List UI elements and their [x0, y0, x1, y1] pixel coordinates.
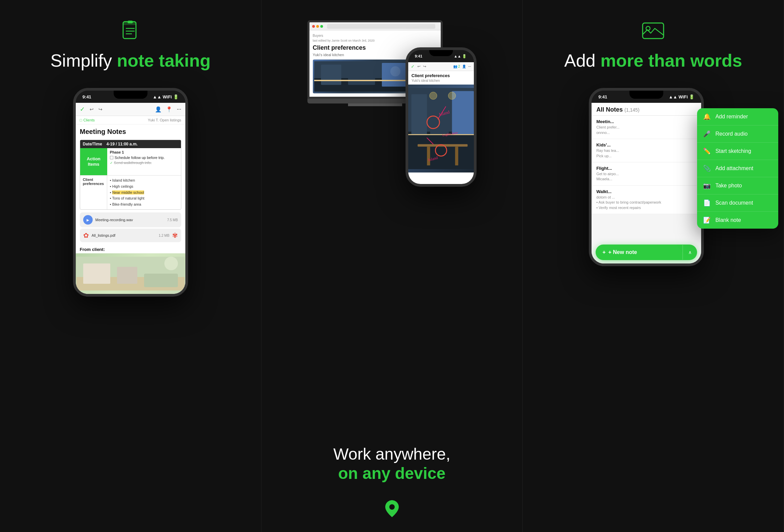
note-list-item-0[interactable]: Meetin... Client prefer...onnno... [592, 116, 701, 139]
svg-point-30 [448, 92, 456, 99]
panel1-icon [120, 20, 141, 42]
pdf-icon: ✿ [83, 231, 89, 239]
menu-add-reminder[interactable]: 🔔 Add reminder [697, 108, 778, 125]
pin-icon [385, 500, 399, 517]
spacer [592, 214, 701, 241]
note-list-item-1[interactable]: Kids'... Ray has lea...Pick up... [592, 139, 701, 162]
phone2-status: 9:41 ▲▲ 🔋 [408, 50, 474, 62]
phone-notch [114, 91, 147, 99]
new-note-caret[interactable]: ∧ [683, 245, 697, 260]
panel3-title: Add more than words [564, 50, 742, 71]
nli-title-3: Walkt... [596, 189, 696, 194]
breadcrumb-folder: Clients [83, 118, 95, 122]
phone2-icons: ▲▲ 🔋 [454, 54, 467, 59]
laptop-meta: last edited by Jamie Scott on March 3rd,… [313, 39, 437, 42]
notes-list: All Notes (1,145) Meetin... Client prefe… [592, 103, 701, 263]
pdf-file-row[interactable]: ✿ All_listings.pdf 1.2 MB ✾ [80, 229, 181, 242]
panel2-bottom-text: Work anywhere, on any device [333, 438, 451, 518]
sketch-icon: ✏️ [703, 147, 711, 155]
undo2-icon: ↩ [417, 64, 420, 69]
camera-icon: 📷 [703, 182, 711, 189]
menu-scan-doc[interactable]: 📄 Scan document [697, 194, 778, 212]
address-bar [327, 24, 435, 29]
undo-icon: ↩ [90, 107, 94, 112]
phone2-note-sub: Yuki's ideal kitchen [408, 79, 474, 85]
phone3-icons: ▲▲ WiFi 🔋 [669, 94, 694, 99]
context-menu: 🔔 Add reminder 🎤 Record audio ✏️ Start s… [697, 108, 778, 229]
menu-record-label: Record audio [715, 131, 747, 137]
menu-take-photo[interactable]: 📷 Take photo [697, 177, 778, 194]
panel1-title: Simplify note taking [50, 50, 211, 71]
col1-header: Date/Time [83, 142, 107, 146]
phone-icons: ▲▲ WiFi 🔋 [153, 94, 179, 99]
svg-point-10 [164, 257, 178, 270]
phone2-screen: ✓ ↩ ↪ 👥 2 👤 ··· Client preferences Yuki'… [408, 62, 474, 184]
svg-rect-11 [144, 274, 178, 287]
panel3-icon [641, 20, 665, 42]
check-green-icon: ✓ [110, 161, 113, 165]
minimize-dot [316, 25, 319, 28]
breadcrumb-right: Yuki T. Open listings [148, 118, 181, 122]
panel2-title: Work anywhere, on any device [333, 444, 451, 483]
redo2-icon: ↪ [423, 64, 426, 69]
reminder-icon: 🔔 [703, 113, 711, 120]
checkbox-unchecked [110, 156, 113, 159]
new-note-button[interactable]: + + New note ∧ [596, 245, 697, 260]
client-pref-label: Client preferences [80, 176, 107, 209]
location-icon-bottom [333, 500, 451, 518]
svg-rect-25 [408, 134, 474, 135]
close-dot [312, 25, 315, 28]
acrobat-icon: ✾ [172, 231, 178, 239]
image-icon [641, 20, 665, 41]
action-items-label: Action Items [80, 148, 107, 175]
task-1: Schedule follow up before trip. [110, 156, 178, 160]
note-list-item-3[interactable]: Walkt... dotom ot ...• Ask buyer to brin… [592, 186, 701, 214]
menu-blank-note[interactable]: 📝 Blank note [697, 212, 778, 229]
audio-filesize: 7.5 MB [167, 218, 178, 222]
play-button[interactable]: ▶ [83, 215, 93, 225]
nli-sub-0: Client prefer...onnno... [596, 125, 696, 135]
phase-label: Phase 1 [110, 150, 178, 154]
plus-icon: + [602, 249, 605, 255]
attachment-icon: 📎 [703, 165, 711, 172]
svg-rect-22 [411, 94, 427, 135]
phone3-status: 9:41 ▲▲ WiFi 🔋 [592, 91, 701, 103]
svg-point-18 [390, 66, 400, 76]
phone3-time: 9:41 [598, 94, 607, 99]
note-list-item-2[interactable]: Flight... Get to airpo...Micaela... [592, 162, 701, 186]
new-note-area: + + New note ∧ [592, 241, 701, 263]
pref-1: • Island kitchen [110, 178, 178, 184]
from-client-label: From client: [76, 245, 185, 253]
scan-icon: 📄 [703, 199, 711, 207]
pref-2: • High ceilings [110, 184, 178, 190]
audio-file-row[interactable]: ▶ Meeting-recording.wav 7.5 MB [80, 212, 181, 227]
phone2-toolbar-right: 👥 2 👤 ··· [453, 65, 471, 68]
menu-attachment[interactable]: 📎 Add attachment [697, 160, 778, 177]
living-room-image [76, 257, 185, 291]
notes-list-header: All Notes (1,145) [592, 103, 701, 116]
panel-add-more: Add more than words 9:41 ▲▲ WiFi 🔋 All N… [523, 0, 784, 532]
phone-time: 9:41 [83, 94, 91, 99]
phone-area-3: 9:41 ▲▲ WiFi 🔋 All Notes (1,145) Meetin.… [589, 88, 717, 266]
action-items-row: Action Items Phase 1 Schedule follow up … [80, 148, 181, 175]
phone-mockup-1: 9:41 ▲▲ WiFi 🔋 ✓ ↩ ↪ 👤 📍 ··· □ Clients Y… [73, 88, 188, 297]
note-icon [120, 20, 141, 41]
menu-sketch[interactable]: ✏️ Start sketching [697, 143, 778, 160]
laptop-breadcrumb: Buyers [313, 34, 437, 38]
note-title: Meeting Notes [76, 124, 185, 137]
svg-point-38 [646, 26, 650, 30]
task-1-text: Schedule follow up before trip. [115, 156, 165, 160]
phone-screen-1: ✓ ↩ ↪ 👤 📍 ··· □ Clients Yuki T. Open lis… [76, 103, 185, 294]
nli-title-2: Flight... [596, 166, 696, 171]
menu-record-audio[interactable]: 🎤 Record audio [697, 125, 778, 143]
redo-icon: ↪ [98, 107, 102, 112]
task-2: ✓ Send walkthrough info. [110, 161, 178, 165]
svg-rect-9 [117, 267, 137, 284]
svg-rect-8 [83, 263, 110, 284]
new-note-main[interactable]: + + New note [596, 245, 683, 260]
laptop-toolbar [309, 22, 441, 30]
phone-mockup-3: 9:41 ▲▲ WiFi 🔋 All Notes (1,145) Meetin.… [589, 88, 704, 266]
client-photo [76, 253, 185, 294]
task-2-text: Send walkthrough info. [114, 161, 152, 165]
svg-rect-14 [321, 65, 341, 85]
